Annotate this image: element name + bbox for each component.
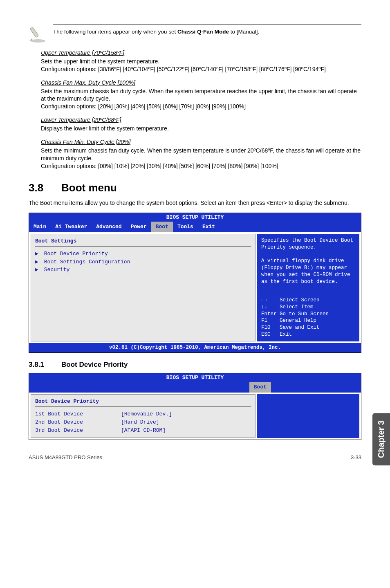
- footer-right: 3-33: [351, 454, 361, 461]
- footer-left: ASUS M4A89GTD PRO Series: [29, 454, 102, 461]
- note-row: The following four items appear only whe…: [29, 25, 361, 43]
- note-text-tail: to [Manual].: [229, 29, 259, 35]
- subsection-number: 3.8.1: [29, 360, 61, 370]
- bios-pane-heading: Boot Settings: [35, 238, 251, 245]
- bios-tab-power: Power: [126, 222, 151, 232]
- subsection-title: Boot Device Priority: [61, 361, 128, 368]
- bios-menu-item: ▶ Boot Settings Configuration: [35, 258, 251, 266]
- bios-tab-tools: Tools: [173, 222, 198, 232]
- boot-device-key: 2nd Boot Device: [35, 419, 121, 426]
- note-text-lead: The following four items appear only whe…: [53, 29, 177, 35]
- bios-left-pane: Boot Settings ▶ Boot Device Priority▶ Bo…: [31, 234, 256, 341]
- config-field-block: Upper Temperature [70ºC/158ºF]Sets the u…: [41, 49, 361, 73]
- bios-help-pane: Specifies the Boot Device Boot Priority …: [257, 234, 359, 341]
- bios-tab-bar: MainAi TweakerAdvancedPowerBootToolsExit: [29, 222, 361, 232]
- bios-title: BIOS SETUP UTILITY: [29, 213, 361, 222]
- field-body: Sets the upper limit of the system tempe…: [41, 58, 361, 73]
- section-heading: 3.8Boot menu: [29, 181, 361, 195]
- pencil-note-icon: [29, 25, 47, 43]
- bios-help-pane: [257, 394, 359, 438]
- section-intro: The Boot menu items allow you to change …: [29, 199, 361, 207]
- boot-device-row: 1st Boot Device[Removable Dev.]: [35, 410, 251, 418]
- bios-help-key-line: F1 General Help: [261, 317, 355, 324]
- field-body: Sets the minimum chassis fan duty cycle.…: [41, 147, 361, 170]
- bios-help-key-line: ←→ Select Screen: [261, 297, 355, 304]
- bios-help-key-line: F10 Save and Exit: [261, 324, 355, 331]
- note-content: The following four items appear only whe…: [53, 25, 361, 39]
- config-field-block: Lower Temperature [20ºC/68ºF]Displays th…: [41, 116, 361, 132]
- boot-device-row: 3rd Boot Device[ATAPI CD-ROM]: [35, 426, 251, 435]
- bios-tab-bar: Boot: [29, 382, 361, 393]
- field-body: Sets the maximum chassis fan duty cycle.…: [41, 88, 361, 111]
- section-number: 3.8: [29, 181, 61, 195]
- section-title: Boot menu: [61, 182, 117, 194]
- bios-screenshot-priority: BIOS SETUP UTILITY Boot Boot Device Prio…: [29, 373, 361, 440]
- bios-help-key-line: Enter Go to Sub Screen: [261, 311, 355, 318]
- boot-device-value: [ATAPI CD-ROM]: [121, 427, 166, 434]
- subsection-heading: 3.8.1Boot Device Priority: [29, 360, 361, 370]
- field-title: Lower Temperature [20ºC/68ºF]: [41, 116, 361, 124]
- bios-tab-exit: Exit: [198, 222, 220, 232]
- bios-screenshot-main: BIOS SETUP UTILITY MainAi TweakerAdvance…: [29, 213, 361, 353]
- bios-menu-item: ▶ Security: [35, 266, 251, 274]
- bios-help-key-line: ↑↓ Select Item: [261, 304, 355, 311]
- boot-device-value: [Removable Dev.]: [121, 411, 172, 418]
- bios-menu-item: ▶ Boot Device Priority: [35, 250, 251, 258]
- bios-tab-main: Main: [29, 222, 51, 232]
- bios-tab-boot: Boot: [151, 222, 173, 232]
- bios-tab-boot: Boot: [249, 382, 271, 393]
- note-text-bold: Chassi Q-Fan Mode: [177, 29, 229, 35]
- boot-device-row: 2nd Boot Device[Hard Drive]: [35, 418, 251, 426]
- config-field-block: Chassis Fan Min. Duty Cycle [20%]Sets th…: [41, 138, 361, 170]
- field-title: Chassis Fan Max. Duty Cycle [100%]: [41, 79, 361, 87]
- page-footer: ASUS M4A89GTD PRO Series 3-33: [29, 454, 361, 461]
- boot-device-key: 1st Boot Device: [35, 411, 121, 418]
- bios-tab-ai-tweaker: Ai Tweaker: [51, 222, 92, 232]
- bios-footer: v02.61 (C)Copyright 1985-2010, American …: [29, 343, 361, 352]
- field-body: Displays the lower limit of the system t…: [41, 125, 361, 132]
- field-title: Chassis Fan Min. Duty Cycle [20%]: [41, 138, 361, 146]
- svg-point-0: [31, 39, 45, 43]
- chapter-side-tab: Chapter 3: [372, 413, 390, 465]
- svg-rect-1: [30, 27, 38, 38]
- boot-device-key: 3rd Boot Device: [35, 427, 121, 434]
- boot-device-value: [Hard Drive]: [121, 419, 159, 426]
- bios-tab-advanced: Advanced: [92, 222, 126, 232]
- field-title: Upper Temperature [70ºC/158ºF]: [41, 49, 361, 57]
- bios-left-pane: Boot Device Priority 1st Boot Device[Rem…: [31, 394, 256, 438]
- bios-help-key-line: ESC Exit: [261, 331, 355, 338]
- bios-title: BIOS SETUP UTILITY: [29, 373, 361, 382]
- bios-pane-heading: Boot Device Priority: [35, 398, 251, 405]
- config-field-block: Chassis Fan Max. Duty Cycle [100%]Sets t…: [41, 79, 361, 111]
